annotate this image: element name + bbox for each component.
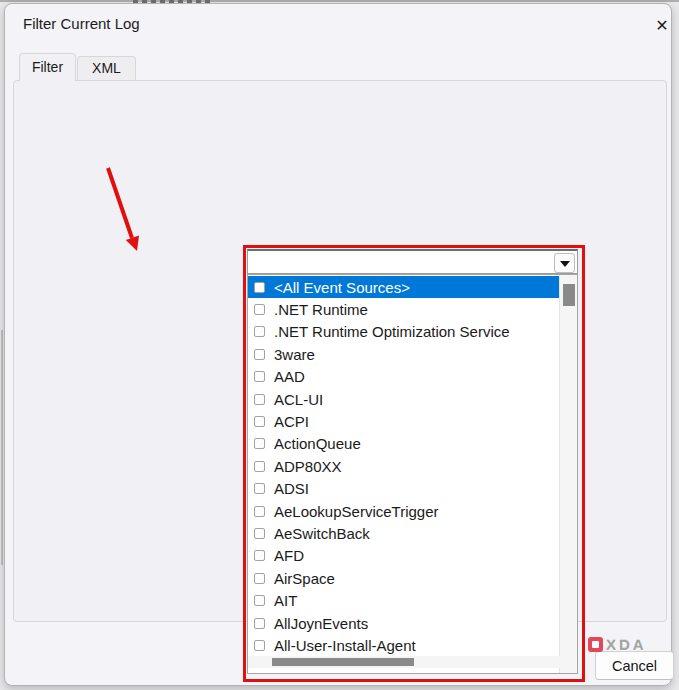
scrollbar-thumb[interactable] xyxy=(272,658,414,666)
event-source-option[interactable]: ACPI xyxy=(248,410,560,432)
event-source-option[interactable]: AFD xyxy=(248,545,560,567)
option-checkbox[interactable] xyxy=(254,550,265,561)
event-source-option[interactable]: ACL-UI xyxy=(248,388,560,410)
event-source-option[interactable]: 3ware xyxy=(248,343,560,365)
event-source-option[interactable]: .NET Runtime Optimization Service xyxy=(248,321,560,343)
option-checkbox[interactable] xyxy=(254,326,265,337)
dropdown-rows: <All Event Sources> .NET Runtime .NET Ru… xyxy=(248,276,560,657)
event-source-option[interactable]: .NET Runtime xyxy=(248,298,560,320)
close-icon[interactable]: ✕ xyxy=(648,12,676,40)
event-source-option[interactable]: AIT xyxy=(248,589,560,611)
background-window-edge-left xyxy=(1,330,3,565)
dialog-title: Filter Current Log xyxy=(23,15,140,32)
cancel-button[interactable]: Cancel xyxy=(595,651,674,680)
event-source-option[interactable]: AAD xyxy=(248,366,560,388)
event-source-option[interactable]: ActionQueue xyxy=(248,433,560,455)
option-checkbox[interactable] xyxy=(254,573,265,584)
option-checkbox[interactable] xyxy=(254,371,265,382)
option-checkbox[interactable] xyxy=(254,461,265,472)
event-source-option[interactable]: AllJoynEvents xyxy=(248,612,560,634)
option-checkbox[interactable] xyxy=(254,618,265,629)
tab-filter[interactable]: Filter xyxy=(19,53,76,81)
event-source-option[interactable]: ADSI xyxy=(248,478,560,500)
option-checkbox[interactable] xyxy=(254,506,265,517)
event-source-option[interactable]: <All Event Sources> xyxy=(248,276,560,298)
event-source-option[interactable]: All-User-Install-Agent xyxy=(248,634,560,656)
event-sources-combobox[interactable] xyxy=(247,249,578,274)
scrollbar-thumb[interactable] xyxy=(563,284,575,306)
option-checkbox[interactable] xyxy=(254,304,265,315)
option-checkbox[interactable] xyxy=(254,394,265,405)
event-source-option[interactable]: AirSpace xyxy=(248,567,560,589)
event-source-option[interactable]: AeLookupServiceTrigger xyxy=(248,500,560,522)
option-checkbox[interactable] xyxy=(254,528,265,539)
option-checkbox[interactable] xyxy=(254,416,265,427)
background-window-edge xyxy=(0,0,679,2)
vertical-scrollbar[interactable] xyxy=(559,275,577,673)
option-checkbox[interactable] xyxy=(254,282,265,293)
option-checkbox[interactable] xyxy=(254,438,265,449)
option-checkbox[interactable] xyxy=(254,349,265,360)
option-checkbox[interactable] xyxy=(254,483,265,494)
option-checkbox[interactable] xyxy=(254,595,265,606)
tab-xml[interactable]: XML xyxy=(77,56,136,80)
dropdown-arrow-icon[interactable] xyxy=(554,253,575,273)
option-checkbox[interactable] xyxy=(254,640,265,651)
event-sources-dropdown-list[interactable]: <All Event Sources> .NET Runtime .NET Ru… xyxy=(247,274,578,674)
horizontal-scrollbar[interactable] xyxy=(248,656,560,668)
event-source-option[interactable]: ADP80XX xyxy=(248,455,560,477)
event-source-option[interactable]: AeSwitchBack xyxy=(248,522,560,544)
